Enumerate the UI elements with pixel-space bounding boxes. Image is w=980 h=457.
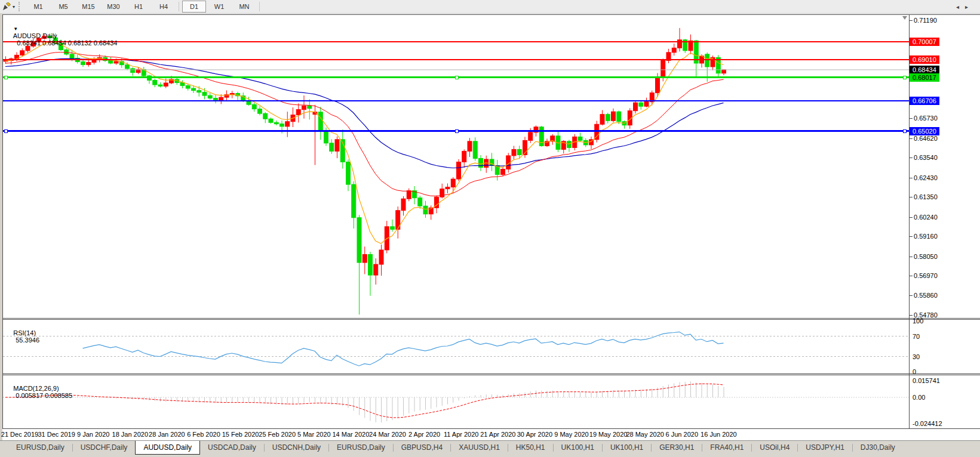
chart-tab-USDCHF-Daily[interactable]: USDCHF,Daily: [73, 441, 136, 453]
price-tick-label: 0.59160: [914, 233, 938, 240]
candle-body: [529, 132, 533, 141]
candle-body: [208, 95, 212, 98]
candle-body: [656, 78, 660, 93]
hline-price-label[interactable]: 0.70007: [910, 38, 939, 46]
chart-tab-EURUSD-Daily[interactable]: EURUSD,Daily: [329, 441, 393, 453]
chart-tab-USDCAD-Daily[interactable]: USDCAD,Daily: [200, 441, 264, 453]
macd-axis-label: 0.015741: [913, 377, 940, 384]
rsi-name: RSI(14): [13, 329, 36, 336]
candle-body: [567, 141, 572, 148]
candle-body: [197, 91, 201, 92]
candle-body: [457, 162, 461, 179]
price-tick: [910, 217, 913, 218]
hline-price-label[interactable]: 0.69010: [910, 55, 939, 64]
hline-price-label[interactable]: 0.66706: [910, 97, 939, 105]
macd-axis-label: 0.00: [913, 394, 925, 401]
timeframe-button-H1[interactable]: H1: [127, 1, 150, 13]
price-tick-label: 0.65730: [914, 115, 938, 122]
candle-body: [418, 198, 422, 206]
price-tick: [910, 257, 913, 257]
candlestick-series: [4, 28, 726, 314]
timeframe-button-M15[interactable]: M15: [76, 1, 100, 13]
line-handle[interactable]: [903, 76, 907, 79]
candle-body: [352, 184, 356, 218]
chart-ohlc-values: 0.68241 0.68454 0.68132 0.68434: [17, 39, 117, 47]
horizontal-line-0.69010[interactable]: [3, 59, 909, 60]
price-tick: [910, 178, 913, 178]
chart-tab-USOil-H4[interactable]: USOil,H4: [752, 441, 797, 453]
timeframe-button-M5[interactable]: M5: [51, 1, 75, 13]
candle-body: [634, 103, 638, 111]
candle-body: [722, 70, 726, 73]
horizontal-line-0.70007[interactable]: [3, 41, 909, 42]
timeframe-button-D1[interactable]: D1: [182, 1, 206, 13]
ma-mid-line: [5, 53, 724, 196]
candlestick-chart[interactable]: [3, 15, 909, 317]
rsi-line: [83, 332, 724, 366]
candle-body: [672, 48, 676, 53]
chart-tab-USDCNH-Daily[interactable]: USDCNH,Daily: [265, 441, 328, 453]
candle-body: [335, 140, 339, 152]
timeframe-button-M1[interactable]: M1: [26, 1, 50, 13]
horizontal-line-0.66706[interactable]: [3, 100, 909, 101]
chart-tab-UK100-H1[interactable]: UK100,H1: [554, 441, 602, 453]
candle-body: [92, 60, 96, 63]
price-tick: [910, 236, 913, 237]
price-tick: [910, 315, 913, 316]
drawing-tool-icon[interactable]: [1, 2, 12, 11]
candle-body: [501, 169, 505, 175]
chart-title-dropdown-icon[interactable]: ▼: [13, 26, 18, 32]
chart-tab-USDJPY-H1[interactable]: USDJPY,H1: [798, 441, 852, 453]
date-axis[interactable]: 21 Dec 201931 Dec 20199 Jan 202018 Jan 2…: [2, 429, 980, 440]
price-tick-label: 0.71190: [914, 17, 937, 24]
candle-body: [280, 124, 284, 126]
chart-tab-EURUSD-Daily[interactable]: EURUSD,Daily: [8, 441, 72, 453]
tab-scroll-right-icon[interactable]: ▸: [965, 4, 974, 10]
line-handle[interactable]: [4, 76, 8, 79]
candle-body: [600, 115, 604, 125]
tab-scroll-left-icon[interactable]: ◂: [956, 4, 965, 10]
chart-shift-marker[interactable]: [902, 16, 907, 20]
candle-body: [391, 227, 395, 230]
rsi-label: RSI(14) 55.3946: [6, 322, 39, 351]
hline-price-label[interactable]: 0.68017: [910, 73, 939, 82]
chart-tab-XAUUSD-H1[interactable]: XAUUSD,H1: [451, 441, 508, 453]
candle-body: [423, 206, 428, 214]
toolbar-grip[interactable]: [19, 2, 22, 11]
candle-body: [517, 149, 521, 155]
price-tick-label: 0.62430: [914, 174, 938, 181]
price-tick-label: 0.55860: [914, 292, 938, 299]
chart-title: ▼ AUDUSD,Daily 0.68241 0.68454 0.68132 0…: [6, 18, 117, 54]
candle-body: [109, 60, 113, 63]
chart-tab-FRA40-H1[interactable]: FRA40,H1: [702, 441, 751, 453]
rsi-indicator-chart[interactable]: [3, 320, 909, 373]
chart-tab-DJ30-Daily[interactable]: DJ30,Daily: [853, 441, 903, 453]
timeframe-button-H4[interactable]: H4: [152, 1, 176, 13]
line-handle[interactable]: [455, 76, 459, 79]
chart-tab-HK50-H1[interactable]: HK50,H1: [508, 441, 553, 453]
line-handle[interactable]: [4, 129, 8, 133]
candle-body: [258, 109, 262, 114]
line-handle[interactable]: [455, 129, 459, 133]
timeframe-button-W1[interactable]: W1: [207, 1, 231, 13]
candle-body: [269, 119, 273, 122]
ma-slow-line: [5, 58, 724, 168]
timeframe-button-M30[interactable]: M30: [102, 1, 125, 13]
candle-body: [468, 141, 472, 152]
candle-body: [362, 255, 367, 263]
candle-body: [374, 264, 378, 275]
chart-tab-AUDUSD-Daily[interactable]: AUDUSD,Daily: [135, 441, 200, 455]
candle-body: [285, 122, 290, 126]
candle-body: [180, 82, 185, 85]
chart-tab-GER30-H1[interactable]: GER30,H1: [652, 441, 702, 453]
line-handle[interactable]: [903, 129, 907, 133]
timeframe-button-MN[interactable]: MN: [232, 1, 256, 13]
chart-tab-UK100-H1[interactable]: UK100,H1: [603, 441, 651, 453]
chart-tab-GBPUSD-H4[interactable]: GBPUSD,H4: [394, 441, 450, 453]
macd-name: MACD(12,26,9): [13, 385, 59, 392]
hline-price-label[interactable]: 0.65020: [910, 127, 939, 135]
price-tick: [910, 276, 913, 276]
tool-dropdown-icon[interactable]: ▾: [13, 4, 15, 10]
candle-body: [446, 187, 450, 189]
macd-indicator-chart[interactable]: [3, 375, 909, 428]
